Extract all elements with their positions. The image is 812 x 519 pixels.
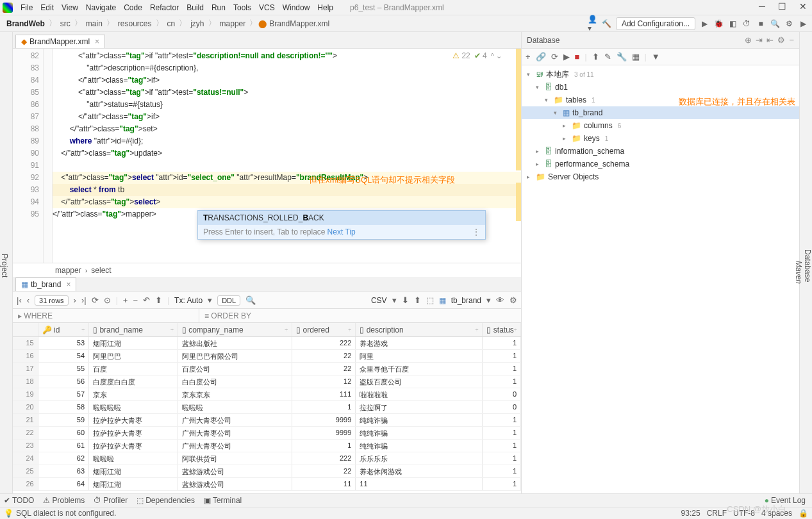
stop-icon[interactable]: ■ — [756, 19, 766, 29]
history-icon[interactable]: ⊙ — [104, 295, 111, 305]
wrench-icon[interactable]: 🔧 — [617, 52, 627, 62]
table-row[interactable]: 2361拉萨拉萨大青枣广州大青枣公司1纯纯诈骗1 — [13, 440, 521, 452]
inspection-summary[interactable]: ⚠ 22 ✔ 4 ^ ⌄ — [452, 51, 502, 60]
target-icon[interactable]: ⊕ — [745, 35, 752, 45]
crumb-main[interactable]: main — [83, 19, 105, 28]
menu-refactor[interactable]: Refactor — [146, 3, 183, 12]
first-page-icon[interactable]: |‹ — [17, 295, 22, 305]
collapse-icon[interactable]: ⇥ — [756, 35, 763, 45]
table-row[interactable]: 1755百度百度公司22众里寻他千百度1 — [13, 363, 521, 375]
stop-icon[interactable]: ■ — [575, 52, 580, 62]
crumb-src[interactable]: src — [58, 19, 73, 28]
table-selector[interactable]: tb_brand — [451, 296, 481, 305]
close-icon[interactable]: ✕ — [799, 1, 807, 12]
minimize-icon[interactable]: ─ — [759, 1, 765, 12]
fold-gutter[interactable] — [44, 49, 53, 263]
menu-edit[interactable]: Edit — [37, 3, 58, 12]
crumb-mapper[interactable]: mapper — [217, 19, 249, 28]
refresh-icon[interactable]: ⟳ — [551, 52, 558, 62]
delete-row-icon[interactable]: − — [133, 295, 138, 305]
col-company-name[interactable]: ▯ company_name÷ — [178, 323, 292, 336]
refresh-icon[interactable]: ⟳ — [92, 295, 99, 305]
menu-file[interactable]: File — [17, 3, 37, 12]
menu-help[interactable]: Help — [313, 3, 337, 12]
view-icon[interactable]: 👁 — [496, 295, 504, 305]
tree-node-tb-brand[interactable]: ▾▦ tb_brand — [522, 106, 799, 119]
tab-close-icon[interactable]: × — [95, 37, 99, 46]
commit-icon[interactable]: ⬆ — [155, 295, 162, 305]
debug-icon[interactable]: 🐞 — [713, 19, 724, 29]
filter-icon[interactable]: ▼ — [652, 52, 660, 62]
row-count[interactable]: 31 rows — [35, 295, 69, 306]
crumb-resources[interactable]: resources — [115, 19, 154, 28]
ddl-button[interactable]: DDL — [217, 295, 240, 306]
code-breadcrumb[interactable]: mapper › select — [13, 263, 521, 277]
prev-page-icon[interactable]: ‹ — [27, 295, 29, 305]
menu-window[interactable]: Window — [279, 3, 314, 12]
run-icon[interactable]: ▶ — [699, 19, 709, 29]
tab-dependencies[interactable]: ⬚ Dependencies — [137, 496, 195, 505]
revert-icon[interactable]: ↶ — [143, 295, 150, 305]
search-icon[interactable]: 🔍 — [770, 19, 780, 29]
completion-item[interactable]: TRANSACTIONS_ROLLED_BACK — [203, 213, 324, 222]
tab-tb-brand[interactable]: ▦ tb_brand × — [15, 277, 76, 291]
gear-icon[interactable]: ⚙ — [510, 295, 517, 305]
diagram-icon[interactable]: ⬚ — [426, 295, 434, 305]
profile-icon[interactable]: ⏱ — [742, 19, 752, 29]
execute-icon[interactable]: ▶ — [798, 19, 808, 29]
database-tree[interactable]: 数据库已连接，并且存在相关表 ▾🖳 本地库 3 of 11 ▾🗄 db1 ▾📁 … — [522, 65, 799, 493]
table-row[interactable]: 1553烟雨江湖蓝鲸出版社222养老游戏1 — [13, 337, 521, 350]
table-row[interactable]: 2563烟雨江湖蓝鲸游戏公司22养老休闲游戏1 — [13, 465, 521, 478]
col-status[interactable]: ▯ status÷ — [483, 323, 521, 336]
tx-mode[interactable]: Tx: Auto — [174, 296, 203, 305]
col-description[interactable]: ▯ description÷ — [356, 323, 483, 336]
maximize-icon[interactable]: ☐ — [778, 1, 786, 12]
menu-code[interactable]: Code — [120, 3, 146, 12]
table-row[interactable]: 1957京东京东京东111啦啦啦啦0 — [13, 388, 521, 401]
menu-vcs[interactable]: VCS — [255, 3, 279, 12]
code-editor[interactable]: 8283848586878889909192939495 ⚠ 22 ✔ 4 ^ … — [13, 49, 521, 263]
crumb-jzyh[interactable]: jzyh — [188, 19, 206, 28]
settings-icon[interactable]: ⚙ — [784, 19, 794, 29]
lock-icon[interactable]: 🔒 — [799, 509, 808, 518]
upload-icon[interactable]: ⬆ — [414, 295, 421, 305]
tab-terminal[interactable]: ▣ Terminal — [204, 496, 242, 505]
completion-popup[interactable]: TRANSACTIONS_ROLLED_BACK Press Enter to … — [197, 210, 486, 240]
table-row[interactable]: 1856白度度白白度白白度公司12盗版百度公司1 — [13, 375, 521, 388]
col-brand-name[interactable]: ▯ brand_name÷ — [89, 323, 178, 336]
tab-todo[interactable]: ✔ TODO — [4, 496, 34, 505]
add-row-icon[interactable]: + — [123, 295, 128, 305]
col-id[interactable]: 🔑 id÷ — [38, 323, 89, 336]
left-tool-strip[interactable]: Project — [0, 32, 13, 493]
search-icon[interactable]: 🔍 — [245, 295, 256, 305]
edit-icon[interactable]: ✎ — [604, 52, 611, 62]
console-icon[interactable]: ▦ — [632, 52, 640, 62]
download-icon[interactable]: ⬇ — [402, 295, 409, 305]
tab-brandmapper[interactable]: ◆ BrandMapper.xml × — [15, 35, 105, 48]
link-icon[interactable]: 🔗 — [536, 52, 546, 62]
table-row[interactable]: 1654阿里巴巴阿里巴巴有限公司22阿里1 — [13, 350, 521, 363]
orderby-label[interactable]: ORDER BY — [211, 311, 251, 320]
bulb-icon[interactable]: 💡 — [4, 509, 13, 518]
menu-view[interactable]: View — [58, 3, 82, 12]
next-tip-link[interactable]: Next Tip — [327, 227, 356, 236]
table-row[interactable]: 2462啦啦啦阿联供货司222乐乐乐乐1 — [13, 452, 521, 465]
table-row[interactable]: 2058啦啦啦啦啦啦啦1拉拉啊了0 — [13, 401, 521, 414]
menu-tools[interactable]: Tools — [229, 3, 255, 12]
run-icon[interactable]: ▶ — [563, 52, 570, 62]
tab-profiler[interactable]: ⏱ Profiler — [94, 496, 128, 505]
coverage-icon[interactable]: ◧ — [727, 19, 738, 29]
line-separator[interactable]: CRLF — [707, 509, 727, 518]
menu-run[interactable]: Run — [208, 3, 229, 12]
table-row[interactable]: 2260拉萨拉萨大青枣广州大青枣公司9999纯纯诈骗1 — [13, 427, 521, 440]
add-icon[interactable]: + — [526, 52, 531, 62]
crumb-cn[interactable]: cn — [165, 19, 178, 28]
expand-icon[interactable]: ⇤ — [766, 35, 774, 45]
col-ordered[interactable]: ▯ ordered÷ — [292, 323, 356, 336]
right-tool-strip[interactable]: Database Maven — [799, 32, 812, 493]
hammer-icon[interactable]: 🔨 — [602, 19, 612, 29]
table-row[interactable]: 2159拉萨拉萨大青枣广州大青枣公司9999纯纯诈骗1 — [13, 414, 521, 427]
menu-navigate[interactable]: Navigate — [82, 3, 120, 12]
table-row[interactable]: 2664烟雨江湖蓝鲸游戏公司11111 — [13, 478, 521, 491]
crumb-project[interactable]: BrandWeb — [4, 19, 47, 28]
